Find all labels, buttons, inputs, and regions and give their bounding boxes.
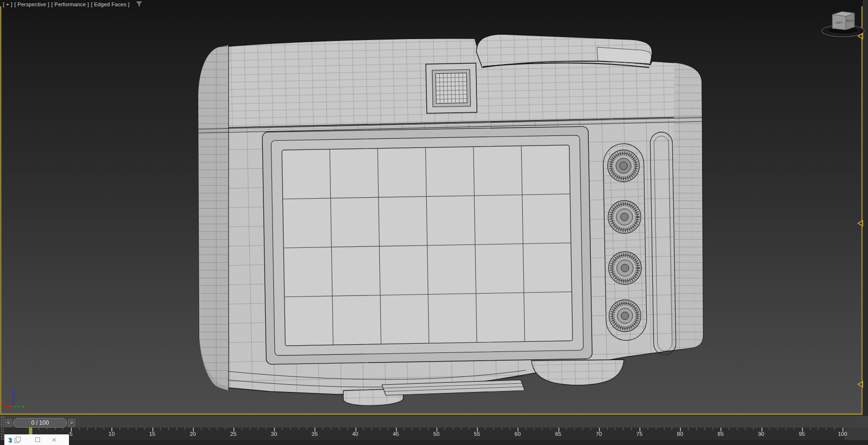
camera-right-side [673,63,703,350]
viewport-edge-handle-middle[interactable] [857,220,865,227]
svg-text:BACK: BACK [846,19,854,22]
filter-icon[interactable] [136,1,143,7]
world-axis-gizmo: X Y Z [1,385,30,414]
time-slider-row [0,415,868,428]
below-ruler-strip [0,440,868,445]
z-axis-label: Z [11,387,14,391]
svg-text:LEFT: LEFT [836,21,843,24]
close-icon[interactable]: × [52,436,56,444]
camera-eyepiece-hump[interactable] [476,34,652,67]
perspective-viewport[interactable]: [ + ] [ Perspective ] [ Performance ] [ … [0,0,863,415]
viewport-general-menu[interactable]: [ + ] [3,1,13,7]
viewport-edge-handle-top[interactable] [857,33,865,40]
ruler-tail [845,428,868,440]
viewport-label: [ + ] [ Perspective ] [ Performance ] [ … [3,1,143,7]
restore-window-icon[interactable] [14,437,21,443]
viewport-quality-menu[interactable]: [ Performance ] [51,1,89,7]
camera-wireframe-model[interactable] [0,0,863,415]
previous-frame-button[interactable]: < [5,419,12,427]
current-frame-display[interactable]: 0 / 100 [13,418,67,428]
mini-window-titlebar: 3 × [4,434,69,445]
next-frame-button[interactable]: > [68,419,75,427]
viewport-border-bottom [0,413,863,415]
camera-left-side [198,45,229,391]
y-axis-label: Y [22,405,25,409]
viewport-border-left [0,6,1,415]
3dsmax-application: [ + ] [ Perspective ] [ Performance ] [ … [0,0,868,445]
right-gutter [863,0,868,415]
x-axis-label: X [1,401,4,405]
camera-lcd-screen[interactable] [262,126,592,364]
trackbar-ruler[interactable]: 0510152025303540455055606570758085909510… [0,428,868,440]
3dsmax-app-icon[interactable]: 3 [8,436,12,444]
camera-viewfinder[interactable] [426,63,477,113]
current-frame-marker[interactable] [29,428,32,434]
viewport-edge-handle-bottom[interactable] [857,381,865,388]
viewport-border-right [861,6,863,415]
trackbar-drag-handle[interactable] [0,416,4,440]
viewport-pov-menu[interactable]: [ Perspective ] [14,1,50,7]
viewport-shading-menu[interactable]: [ Edged Faces ] [91,1,130,7]
maximize-icon[interactable] [35,437,40,442]
